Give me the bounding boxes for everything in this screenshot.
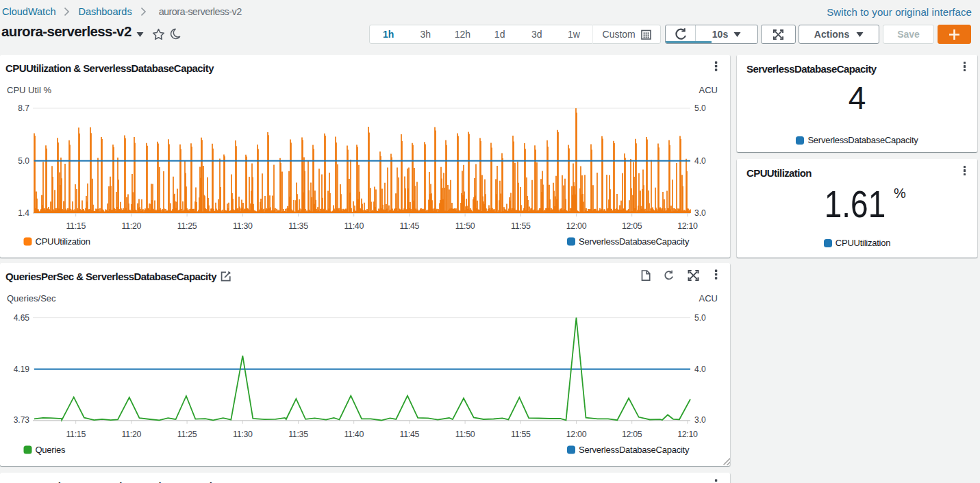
svg-text:11:45: 11:45 xyxy=(400,430,420,439)
svg-text:5.0: 5.0 xyxy=(694,313,706,323)
svg-text:12:10: 12:10 xyxy=(677,221,698,231)
svg-text:3.0: 3.0 xyxy=(694,415,706,425)
svg-text:11:50: 11:50 xyxy=(455,430,475,439)
svg-text:4.19: 4.19 xyxy=(14,364,30,374)
svg-text:5.0: 5.0 xyxy=(18,156,29,166)
svg-text:12:10: 12:10 xyxy=(677,430,698,439)
svg-text:CPUUtilization & ServerlessDat: CPUUtilization & ServerlessDatabaseCapac… xyxy=(5,62,214,74)
svg-text:3.73: 3.73 xyxy=(14,415,30,425)
svg-text:11:40: 11:40 xyxy=(344,221,364,231)
svg-text:ServerlessDatabaseCapacity: ServerlessDatabaseCapacity xyxy=(579,445,690,455)
svg-text:Queries: Queries xyxy=(36,445,66,455)
svg-text:4.65: 4.65 xyxy=(14,313,30,323)
svg-text:11:30: 11:30 xyxy=(233,430,253,439)
svg-text:1.4: 1.4 xyxy=(18,208,29,218)
svg-text:ACU: ACU xyxy=(699,85,718,95)
svg-text:3.0: 3.0 xyxy=(694,208,706,218)
svg-text:11:45: 11:45 xyxy=(400,221,420,231)
svg-text:11:15: 11:15 xyxy=(66,430,86,439)
svg-text:11:20: 11:20 xyxy=(122,430,142,439)
svg-text:11:55: 11:55 xyxy=(511,430,531,439)
svg-text:8.7: 8.7 xyxy=(18,103,29,113)
svg-text:11:35: 11:35 xyxy=(288,430,308,439)
svg-text:11:55: 11:55 xyxy=(511,221,531,231)
svg-text:ACU: ACU xyxy=(699,293,718,304)
svg-text:12:00: 12:00 xyxy=(566,221,587,231)
svg-text:5.0: 5.0 xyxy=(694,103,706,113)
svg-text:CPUUtilization: CPUUtilization xyxy=(36,236,90,247)
svg-text:4.0: 4.0 xyxy=(694,364,706,374)
svg-text:11:35: 11:35 xyxy=(288,221,308,231)
svg-text:11:40: 11:40 xyxy=(344,430,364,439)
svg-text:DBConnections & ServerlessData: DBConnections & ServerlessDatabaseCapaci… xyxy=(5,480,221,483)
svg-text:11:25: 11:25 xyxy=(177,430,197,439)
svg-text:12:00: 12:00 xyxy=(566,430,587,439)
svg-text:11:15: 11:15 xyxy=(66,221,86,231)
svg-text:11:30: 11:30 xyxy=(233,221,253,231)
svg-text:11:50: 11:50 xyxy=(455,221,475,231)
svg-text:Queries/Sec: Queries/Sec xyxy=(7,293,56,304)
svg-text:12:05: 12:05 xyxy=(622,221,642,231)
svg-text:11:25: 11:25 xyxy=(177,221,197,231)
svg-text:QueriesPerSec & ServerlessData: QueriesPerSec & ServerlessDatabaseCapaci… xyxy=(5,271,217,282)
svg-text:CPU Util %: CPU Util % xyxy=(7,85,51,95)
svg-text:11:20: 11:20 xyxy=(122,221,142,231)
svg-text:ServerlessDatabaseCapacity: ServerlessDatabaseCapacity xyxy=(579,236,690,247)
svg-text:12:05: 12:05 xyxy=(622,430,642,439)
svg-text:4.0: 4.0 xyxy=(694,156,706,166)
